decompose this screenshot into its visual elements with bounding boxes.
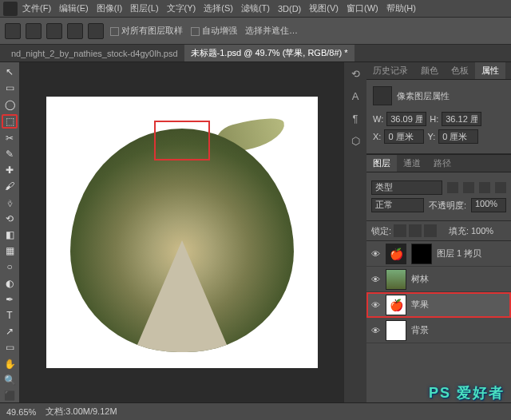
- blur-tool[interactable]: ○: [2, 260, 18, 273]
- layer-thumb: [386, 320, 406, 341]
- status-bar: 49.65% 文档:3.00M/9.12M: [0, 402, 511, 420]
- menu-filter[interactable]: 滤镜(T): [241, 2, 270, 14]
- layer-thumb: [386, 269, 406, 290]
- filter-icon-3[interactable]: [479, 182, 490, 193]
- opt-auto-enhance[interactable]: 自动增强: [191, 25, 237, 37]
- hand-tool[interactable]: ✋: [2, 357, 18, 370]
- stamp-tool[interactable]: ⎀: [2, 196, 18, 208]
- filter-icon-1[interactable]: [447, 182, 458, 193]
- tab-channels[interactable]: 通道: [397, 155, 427, 172]
- layer-row-copy[interactable]: 👁 🍎 图层 1 拷贝: [366, 241, 511, 267]
- type-tool[interactable]: T: [2, 309, 18, 322]
- prop-x-input[interactable]: [384, 129, 424, 144]
- visibility-icon[interactable]: 👁: [370, 326, 381, 335]
- canvas[interactable]: [46, 97, 318, 368]
- eyedropper-tool[interactable]: ✎: [2, 148, 18, 160]
- opacity-value[interactable]: 100%: [471, 198, 506, 212]
- tab-history[interactable]: 历史记录: [366, 62, 414, 79]
- layer-name: 图层 1 拷贝: [437, 248, 481, 260]
- menu-view[interactable]: 视图(V): [309, 2, 339, 14]
- menu-file[interactable]: 文件(F): [22, 2, 51, 14]
- quick-select-icon[interactable]: [26, 23, 42, 39]
- fgbg-swatch[interactable]: ⬛: [2, 390, 18, 402]
- layer-name: 背景: [411, 324, 429, 336]
- layer-filter-kind[interactable]: 类型: [371, 180, 442, 195]
- filter-icon-4[interactable]: [495, 182, 506, 193]
- collapsed-panel-icons: ⟲ A ¶ ⬡: [344, 62, 366, 402]
- prop-y-input[interactable]: [438, 129, 478, 144]
- brush-preset[interactable]: [88, 23, 104, 39]
- marquee-tool[interactable]: ▭: [2, 81, 18, 94]
- lock-label: 锁定:: [371, 225, 391, 237]
- layer-name: 苹果: [411, 299, 429, 311]
- tool-preset[interactable]: [5, 23, 21, 39]
- canvas-area[interactable]: [20, 62, 343, 402]
- subtract-selection-icon[interactable]: [67, 23, 83, 39]
- layer-row-bg[interactable]: 👁 背景: [366, 318, 511, 343]
- visibility-icon[interactable]: 👁: [370, 249, 381, 259]
- opacity-label: 不透明度:: [429, 200, 466, 212]
- fill-value[interactable]: 100%: [471, 226, 506, 236]
- visibility-icon[interactable]: 👁: [370, 275, 381, 284]
- opt-refine-edge[interactable]: 选择并遮住…: [245, 25, 298, 37]
- zoom-level[interactable]: 49.65%: [6, 407, 36, 417]
- selection-highlight: [154, 121, 210, 160]
- menu-type[interactable]: 文字(Y): [167, 2, 196, 14]
- type-panel-icon[interactable]: A: [347, 88, 363, 104]
- tab-paths[interactable]: 路径: [427, 155, 458, 172]
- zoom-tool[interactable]: 🔍: [2, 374, 18, 386]
- heal-tool[interactable]: ✚: [2, 164, 18, 176]
- properties-panel: 像素图层属性 W: H: X: Y:: [366, 80, 511, 154]
- lock-all-icon[interactable]: [424, 224, 437, 237]
- quick-select-tool[interactable]: ⬚: [2, 114, 18, 129]
- layer-row-forest[interactable]: 👁 树林: [366, 267, 511, 292]
- prop-h-input[interactable]: [442, 112, 481, 126]
- eraser-tool[interactable]: ◧: [2, 228, 18, 241]
- lock-position-icon[interactable]: [409, 224, 422, 237]
- watermark: PS 爱好者: [429, 383, 505, 402]
- layers-panel: 图层 通道 路径 类型 正常: [366, 154, 511, 343]
- tab-doc2[interactable]: 未标题-1.psd @ 49.7% (苹果, RGB/8#) *: [184, 45, 355, 61]
- history-icon[interactable]: ⟲: [347, 65, 363, 81]
- crop-tool[interactable]: ✂: [2, 132, 18, 145]
- history-brush-tool[interactable]: ⟲: [2, 212, 18, 225]
- tab-color[interactable]: 颜色: [414, 62, 445, 79]
- lasso-tool[interactable]: ◯: [2, 97, 18, 110]
- lock-pixels-icon[interactable]: [394, 224, 406, 237]
- blend-mode-select[interactable]: 正常: [371, 198, 424, 212]
- paragraph-icon[interactable]: ¶: [347, 110, 363, 126]
- layer-mask-thumb: [411, 244, 432, 264]
- tab-swatches[interactable]: 色板: [445, 62, 475, 79]
- dodge-tool[interactable]: ◐: [2, 276, 18, 289]
- brush-tool[interactable]: 🖌: [2, 180, 18, 192]
- layer-row-apple[interactable]: 👁 🍎 苹果: [366, 292, 511, 318]
- right-panels: ⟲ A ¶ ⬡ 历史记录 颜色 色板 属性 像素图层属性: [343, 62, 511, 402]
- menu-window[interactable]: 窗口(W): [347, 2, 378, 14]
- pen-tool[interactable]: ✒: [2, 293, 18, 306]
- gradient-tool[interactable]: ▦: [2, 244, 18, 257]
- move-tool[interactable]: ↖: [2, 65, 18, 78]
- tool-column: ↖ ▭ ◯ ⬚ ✂ ✎ ✚ 🖌 ⎀ ⟲ ◧ ▦ ○ ◐ ✒ T ↗ ▭ ✋ 🔍 …: [0, 62, 20, 402]
- layer-name: 树林: [411, 273, 429, 285]
- prop-h-label: H:: [430, 114, 438, 124]
- tab-properties[interactable]: 属性: [475, 62, 505, 79]
- path-tool[interactable]: ↗: [2, 325, 18, 338]
- menu-bar: 文件(F) 编辑(E) 图像(I) 图层(L) 文字(Y) 选择(S) 滤镜(T…: [0, 0, 511, 18]
- menu-select[interactable]: 选择(S): [204, 2, 233, 14]
- menu-image[interactable]: 图像(I): [97, 2, 122, 14]
- menu-help[interactable]: 帮助(H): [386, 2, 416, 14]
- forest-road: [134, 240, 230, 352]
- filter-icon-2[interactable]: [463, 182, 474, 193]
- opt-all-layers[interactable]: 对所有图层取样: [110, 25, 183, 37]
- visibility-icon[interactable]: 👁: [370, 300, 381, 310]
- 3d-icon[interactable]: ⬡: [347, 133, 363, 149]
- tab-doc1[interactable]: nd_night_2_by_nathies_stock-d4gy0lh.psd: [5, 45, 184, 61]
- prop-w-input[interactable]: [386, 112, 426, 126]
- menu-3d[interactable]: 3D(D): [278, 4, 301, 14]
- shape-tool[interactable]: ▭: [2, 341, 18, 354]
- tab-layers[interactable]: 图层: [366, 155, 397, 172]
- menu-layer[interactable]: 图层(L): [130, 2, 158, 14]
- menu-edit[interactable]: 编辑(E): [59, 2, 89, 14]
- fill-label: 填充:: [449, 225, 469, 237]
- add-selection-icon[interactable]: [46, 23, 62, 39]
